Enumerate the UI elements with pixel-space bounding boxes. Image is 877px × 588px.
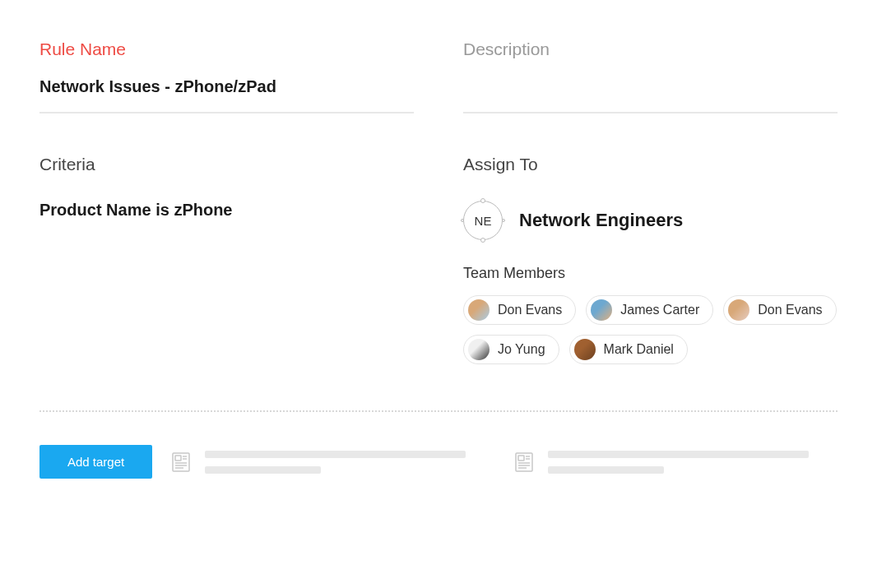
team-member-chip[interactable]: Don Evans [723, 295, 836, 325]
team-members-list: Don EvansJames CarterDon EvansJo YungMar… [463, 295, 838, 364]
team-member-name: Mark Daniel [604, 342, 674, 357]
assigned-team[interactable]: NE Network Engineers [463, 201, 838, 240]
document-icon [172, 452, 190, 472]
team-member-name: Jo Yung [498, 342, 545, 357]
team-member-name: James Carter [620, 303, 699, 317]
rule-name-input[interactable]: Network Issues - zPhone/zPad [39, 77, 414, 113]
assigned-team-name: Network Engineers [519, 210, 683, 231]
description-label: Description [463, 39, 838, 59]
add-target-button[interactable]: Add target [39, 445, 152, 479]
skeleton-line [548, 451, 809, 458]
avatar [591, 299, 612, 321]
team-member-chip[interactable]: James Carter [586, 295, 713, 325]
avatar [468, 299, 490, 321]
skeleton-line [205, 451, 466, 458]
team-member-name: Don Evans [758, 303, 822, 317]
criteria-text[interactable]: Product Name is zPhone [39, 201, 414, 220]
svg-rect-8 [518, 456, 524, 461]
skeleton-line [548, 466, 664, 474]
avatar [574, 339, 596, 360]
skeleton-line [205, 466, 321, 474]
avatar [728, 299, 749, 321]
svg-rect-1 [175, 456, 181, 461]
team-badge-initials: NE [475, 214, 492, 228]
avatar [468, 339, 490, 360]
team-member-name: Don Evans [498, 303, 562, 317]
team-member-chip[interactable]: Jo Yung [463, 335, 559, 364]
section-divider [39, 410, 838, 412]
team-member-chip[interactable]: Don Evans [463, 295, 576, 325]
team-members-label: Team Members [463, 265, 838, 282]
description-input[interactable] [463, 77, 838, 113]
document-icon [515, 452, 533, 472]
assign-to-label: Assign To [463, 155, 838, 174]
criteria-label: Criteria [39, 155, 414, 174]
team-badge-icon: NE [463, 201, 503, 240]
team-member-chip[interactable]: Mark Daniel [569, 335, 688, 364]
target-placeholder [515, 451, 838, 474]
rule-name-label: Rule Name [39, 39, 414, 59]
target-placeholder [172, 451, 494, 474]
